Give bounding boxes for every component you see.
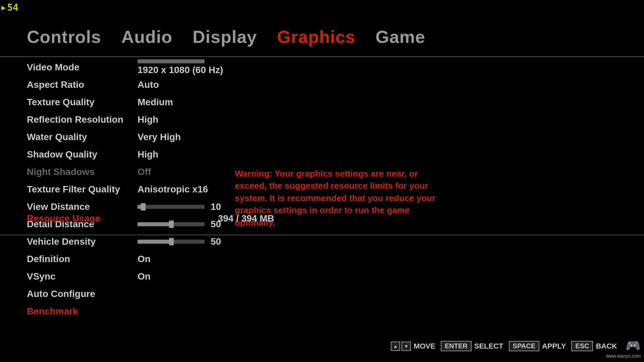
- value-video-mode: 644 x 362 (60 Hz): [138, 59, 223, 75]
- label-vsync: VSync: [27, 271, 138, 282]
- bottom-divider: [0, 235, 644, 235]
- timer-arrow: ▶: [1, 3, 6, 12]
- video-mode-text: 644 x 362 (60 Hz): [138, 65, 223, 75]
- setting-row-shadow-quality[interactable]: Shadow Quality High: [27, 146, 262, 163]
- bottom-controls: ▲ ▼ MOVE ENTER SELECT SPACE APPLY ESC BA…: [391, 341, 617, 351]
- setting-row-water-quality[interactable]: Water Quality Very High: [27, 128, 262, 146]
- move-label: MOVE: [414, 342, 435, 351]
- tab-audio[interactable]: Audio: [121, 27, 172, 47]
- label-texture-filter-quality: Texture Filter Quality: [27, 184, 138, 195]
- value-texture-quality: Medium: [138, 97, 173, 108]
- space-key-box[interactable]: SPACE: [509, 341, 539, 351]
- select-control: ENTER SELECT: [441, 341, 503, 351]
- view-distance-value: 10: [211, 201, 221, 212]
- apply-label: APPLY: [542, 342, 566, 351]
- vehicle-density-value: 50: [211, 236, 221, 247]
- label-water-quality: Water Quality: [27, 132, 138, 142]
- tab-display[interactable]: Display: [193, 27, 257, 47]
- tab-game[interactable]: Game: [375, 27, 425, 47]
- tab-controls[interactable]: Controls: [27, 27, 101, 47]
- move-control: ▲ ▼ MOVE: [391, 342, 435, 351]
- setting-row-vehicle-density[interactable]: Vehicle Density 50: [27, 233, 262, 250]
- settings-list: Video Mode 644 x 362 (60 Hz) Aspect Ra…: [27, 59, 262, 320]
- view-distance-slider-fill: [138, 205, 141, 209]
- setting-row-video-mode[interactable]: Video Mode 644 x 362 (60 Hz): [27, 59, 262, 76]
- vehicle-density-slider-fill: [138, 240, 171, 244]
- timer-value: 54: [7, 2, 18, 13]
- video-mode-slider-bar[interactable]: [138, 59, 205, 63]
- watermark-icon: 🎮: [626, 339, 641, 353]
- label-night-shadows: Night Shadows: [27, 167, 138, 177]
- value-reflection-resolution: High: [138, 114, 158, 125]
- setting-row-aspect-ratio[interactable]: Aspect Ratio Auto: [27, 76, 262, 94]
- label-auto-configure: Auto Configure: [27, 289, 138, 299]
- setting-row-benchmark[interactable]: Benchmark: [27, 303, 262, 320]
- label-shadow-quality: Shadow Quality: [27, 149, 138, 160]
- view-distance-slider-bar[interactable]: [138, 205, 205, 209]
- label-view-distance: View Distance: [27, 201, 138, 212]
- label-benchmark[interactable]: Benchmark: [27, 306, 138, 317]
- resource-usage-row: Resource Usage 394 / 394 MB: [27, 213, 274, 224]
- value-water-quality: Very High: [138, 132, 181, 142]
- select-label: SELECT: [474, 342, 503, 351]
- vehicle-density-slider-container: 50: [138, 236, 221, 247]
- resource-value: 394 / 394 MB: [218, 213, 274, 224]
- resource-label: Resource Usage: [27, 213, 100, 224]
- setting-row-texture-filter-quality[interactable]: Texture Filter Quality Anisotropic x16: [27, 181, 262, 198]
- view-distance-slider-container: 10: [138, 201, 221, 212]
- setting-row-definition[interactable]: Definition On: [27, 250, 262, 268]
- setting-row-auto-configure[interactable]: Auto Configure: [27, 285, 262, 303]
- label-definition: Definition: [27, 254, 138, 264]
- value-definition: On: [138, 254, 151, 264]
- up-arrow-key[interactable]: ▲: [391, 342, 400, 351]
- setting-row-texture-quality[interactable]: Texture Quality Medium: [27, 94, 262, 111]
- value-texture-filter-quality: Anisotropic x16: [138, 184, 208, 195]
- label-reflection-resolution: Reflection Resolution: [27, 114, 138, 125]
- value-vsync: On: [138, 271, 151, 282]
- label-texture-quality: Texture Quality: [27, 97, 138, 108]
- value-shadow-quality: High: [138, 149, 158, 160]
- esc-key-box[interactable]: ESC: [571, 341, 593, 351]
- top-divider: [0, 56, 644, 57]
- vehicle-density-slider-bar[interactable]: [138, 240, 205, 244]
- enter-key-box[interactable]: ENTER: [441, 341, 472, 351]
- watermark: 🎮 www.wanyx.com: [606, 339, 641, 359]
- arrow-keys: ▲ ▼: [391, 342, 411, 351]
- apply-control: SPACE APPLY: [509, 341, 566, 351]
- vehicle-density-slider-handle[interactable]: [169, 238, 174, 245]
- value-aspect-ratio: Auto: [138, 79, 159, 90]
- label-aspect-ratio: Aspect Ratio: [27, 79, 138, 90]
- down-arrow-key[interactable]: ▼: [401, 342, 411, 351]
- tab-graphics[interactable]: Graphics: [277, 27, 355, 47]
- timer-display: ▶ 54: [1, 2, 18, 13]
- label-video-mode: Video Mode: [27, 62, 138, 73]
- setting-row-night-shadows: Night Shadows Off: [27, 163, 262, 181]
- view-distance-slider-handle[interactable]: [141, 203, 146, 210]
- setting-row-reflection-resolution[interactable]: Reflection Resolution High: [27, 111, 262, 128]
- nav-tabs: Controls Audio Display Graphics Game: [27, 27, 425, 47]
- value-night-shadows: Off: [138, 167, 151, 177]
- label-vehicle-density: Vehicle Density: [27, 236, 138, 247]
- setting-row-vsync[interactable]: VSync On: [27, 268, 262, 285]
- watermark-site: www.wanyx.com: [606, 353, 641, 359]
